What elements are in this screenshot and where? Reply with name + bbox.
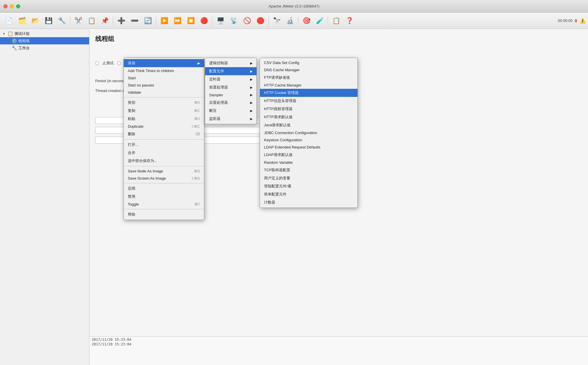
menu-item-simple-config[interactable]: 简单配置元件 bbox=[260, 190, 357, 198]
jar-button[interactable]: 🧪 bbox=[313, 14, 326, 27]
menu-item-counter[interactable]: 计数器 bbox=[260, 198, 357, 206]
menu-item-add[interactable]: 添加 ▶ bbox=[124, 59, 204, 67]
menu-item-cut[interactable]: 剪切 ⌘X bbox=[124, 99, 204, 107]
window-title: Apache JMeter (3.3 r1808647) bbox=[269, 4, 319, 8]
menu-item-save-screen[interactable]: Save Screen As Image ⇧⌘G bbox=[124, 175, 204, 182]
menu-item-http-auth-manager[interactable]: HTTP授权管理器 bbox=[260, 105, 357, 113]
open-templates-button[interactable]: 🗂️ bbox=[16, 14, 28, 27]
remote-stop-button[interactable]: 🚫 bbox=[241, 14, 253, 27]
menu-item-help[interactable]: 帮助 bbox=[124, 210, 204, 219]
stop-test-now-radio[interactable] bbox=[117, 61, 121, 65]
menu-item-http-header-manager[interactable]: HTTP信息头管理器 bbox=[260, 97, 357, 105]
menu-item-save-selection[interactable]: 选中部分保存为... bbox=[124, 157, 204, 165]
menu-item-help-label: 帮助 bbox=[128, 212, 135, 217]
menu-item-add-think-times[interactable]: Add Think Times to children bbox=[124, 67, 204, 74]
menu-item-random-variable[interactable]: Random Variable bbox=[260, 159, 357, 166]
menu-item-save-screen-shortcut: ⇧⌘G bbox=[191, 176, 200, 180]
content-area: 线程组 止测试 Stop Test Now Period (in seconds… bbox=[89, 29, 588, 365]
menu-item-config-element[interactable]: 配置元件 ▶ bbox=[205, 67, 256, 75]
menu-item-http-request-defaults[interactable]: HTTP请求默认值 bbox=[260, 113, 357, 121]
menu-item-pre-processor[interactable]: 前置处理器 ▶ bbox=[205, 83, 256, 91]
analyze-button[interactable]: 🔭 bbox=[270, 14, 283, 27]
menu-item-timer[interactable]: 定时器 ▶ bbox=[205, 75, 256, 83]
menu-item-add-arrow: ▶ bbox=[198, 61, 200, 65]
menu-item-open[interactable]: 打开... bbox=[124, 141, 204, 149]
remote-start-button[interactable]: 🖥️ bbox=[214, 14, 227, 27]
menu-sep-4 bbox=[124, 183, 204, 183]
menu-item-copy-shortcut: ⌘C bbox=[194, 109, 200, 113]
open-button[interactable]: 📂 bbox=[29, 14, 42, 27]
menu-item-sampler[interactable]: Sampler ▶ bbox=[205, 91, 256, 99]
menu-item-tcp-sampler-config[interactable]: TCP取样器配置 bbox=[260, 166, 357, 174]
menu-item-delete-label: 删除 bbox=[128, 131, 135, 137]
menu-item-java-request-defaults[interactable]: Java请求默认值 bbox=[260, 121, 357, 129]
test-icon-button[interactable]: 🔬 bbox=[284, 14, 296, 27]
pre-processor-arrow: ▶ bbox=[250, 86, 252, 89]
remote-stop-all-button[interactable]: 🛑 bbox=[254, 14, 267, 27]
menu-item-disable[interactable]: 禁用 bbox=[124, 193, 204, 201]
menu-item-start-no-pauses[interactable]: Start no pauses bbox=[124, 82, 204, 89]
expand-button[interactable]: ➕ bbox=[115, 14, 128, 27]
stop-test-label: 止测试 bbox=[102, 61, 114, 66]
cut-button[interactable]: ✂️ bbox=[72, 14, 85, 27]
sampler-arrow: ▶ bbox=[250, 93, 252, 97]
menu-item-ldap-request-defaults[interactable]: LDAP请求默认值 bbox=[260, 151, 357, 159]
stop-test-radio[interactable] bbox=[95, 61, 99, 65]
menu-item-start-no-pauses-label: Start no pauses bbox=[128, 83, 154, 87]
error-count-display: 0 bbox=[575, 18, 577, 23]
menu-item-user-defined-vars[interactable]: 用户定义的变量 bbox=[260, 174, 357, 182]
menu-item-sampler-label: Sampler bbox=[209, 93, 223, 97]
menu-item-paste[interactable]: 粘贴 ⌘V bbox=[124, 115, 204, 123]
menu-item-dns-cache[interactable]: DNS Cache Manager bbox=[260, 66, 357, 74]
new-button[interactable]: 📄 bbox=[2, 14, 15, 27]
config-element-arrow: ▶ bbox=[250, 69, 252, 73]
properties-button[interactable]: 🔧 bbox=[55, 14, 68, 27]
menu-item-duplicate[interactable]: Duplicate ⇧⌘C bbox=[124, 123, 204, 130]
post-processor-arrow: ▶ bbox=[250, 101, 252, 105]
menu-item-ftp-request-defaults[interactable]: FTP请求缺省值 bbox=[260, 74, 357, 82]
copy-button[interactable]: 📋 bbox=[85, 14, 98, 27]
sep2 bbox=[113, 16, 113, 25]
menu-item-validate[interactable]: Validate bbox=[124, 89, 204, 96]
remote-start-all-button[interactable]: 📡 bbox=[227, 14, 240, 27]
menu-item-delete[interactable]: 删除 ⌫ bbox=[124, 130, 204, 138]
menu-item-enable[interactable]: 启用 bbox=[124, 185, 204, 193]
collapse-button[interactable]: ➖ bbox=[128, 14, 141, 27]
menu-item-merge[interactable]: 合并 bbox=[124, 149, 204, 157]
menu-item-login-config[interactable]: 登陆配置元件/素 bbox=[260, 182, 357, 190]
maximize-button[interactable] bbox=[16, 4, 20, 8]
shutdown-button[interactable]: 🔴 bbox=[198, 14, 210, 27]
run-no-pause-button[interactable]: ⏩ bbox=[171, 14, 184, 27]
menu-item-post-processor[interactable]: 后置处理器 ▶ bbox=[205, 99, 256, 107]
menu-item-http-cookie-manager[interactable]: HTTP Cookie 管理器 bbox=[260, 89, 357, 97]
log-view-button[interactable]: 📋 bbox=[330, 14, 342, 27]
run-button[interactable]: ▶️ bbox=[158, 14, 171, 27]
menu-item-save-node[interactable]: Save Node As Image ⌘G bbox=[124, 168, 204, 175]
paste-button[interactable]: 📌 bbox=[98, 14, 111, 27]
titlebar: Apache JMeter (3.3 r1808647) bbox=[0, 0, 588, 13]
menu-item-csv-data-set[interactable]: CSV Data Set Config bbox=[260, 59, 357, 66]
menu-item-logic-controller[interactable]: 逻辑控制器 ▶ bbox=[205, 59, 256, 67]
sidebar-item-work-bench[interactable]: ▶ 🔧 工作台 bbox=[0, 44, 89, 52]
close-button[interactable] bbox=[3, 4, 8, 8]
menu-item-jdbc-connection[interactable]: JDBC Connection Configuration bbox=[260, 129, 357, 136]
sidebar-item-thread-group[interactable]: ▼ ⚙️ 线程组 bbox=[0, 37, 89, 44]
menu-item-keystore-config[interactable]: Keystore Configuration bbox=[260, 136, 357, 144]
menu-item-listener[interactable]: 监听器 ▶ bbox=[205, 115, 256, 123]
menu-item-simple-config-label: 简单配置元件 bbox=[264, 192, 286, 197]
icon-work-bench: 🔧 bbox=[12, 45, 17, 51]
sidebar-item-test-plan[interactable]: ▼ 📋 测试计划 bbox=[0, 30, 89, 37]
log-area: 2017/11/20 15:23:04 2017/11/20 15:23:04 bbox=[89, 336, 588, 365]
help-button[interactable]: ❓ bbox=[343, 14, 356, 27]
menu-item-ldap-extended[interactable]: LDAP Extended Request Defaults bbox=[260, 144, 357, 151]
menu-item-assertion[interactable]: 断言 ▶ bbox=[205, 107, 256, 115]
menu-item-toggle[interactable]: Toggle ⌘T bbox=[124, 201, 204, 208]
minimize-button[interactable] bbox=[10, 4, 14, 8]
function-helper-button[interactable]: 🎯 bbox=[300, 14, 313, 27]
menu-item-http-cache-manager[interactable]: HTTP Cache Manager bbox=[260, 82, 357, 89]
menu-item-start[interactable]: Start bbox=[124, 74, 204, 82]
toggle-button[interactable]: 🔄 bbox=[141, 14, 154, 27]
menu-item-copy[interactable]: 复制 ⌘C bbox=[124, 107, 204, 115]
save-button[interactable]: 💾 bbox=[42, 14, 55, 27]
stop-button[interactable]: ⏹️ bbox=[184, 14, 197, 27]
